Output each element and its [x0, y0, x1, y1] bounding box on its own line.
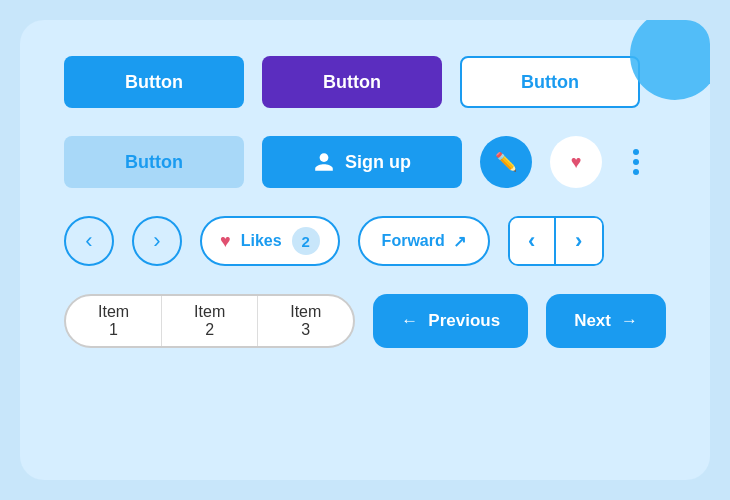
arrow-diagonal-icon — [453, 232, 466, 251]
light-blue-button[interactable]: Button — [64, 136, 244, 188]
edit-button[interactable]: ✏️ — [480, 136, 532, 188]
heart-icon: ♥ — [571, 152, 582, 173]
previous-label: Previous — [428, 311, 500, 331]
likes-button[interactable]: ♥ Likes 2 — [200, 216, 340, 266]
next-label: Next — [574, 311, 611, 331]
pencil-icon: ✏️ — [495, 151, 517, 173]
purple-button[interactable]: Button — [262, 56, 442, 108]
dot-3 — [633, 169, 639, 175]
chevron-right-button[interactable] — [556, 218, 602, 264]
outline-button[interactable]: Button — [460, 56, 640, 108]
likes-label: Likes — [241, 232, 282, 250]
chevron-left-button[interactable] — [510, 218, 556, 264]
previous-button[interactable]: Previous — [373, 294, 528, 348]
arrow-left-icon — [401, 311, 418, 331]
pill-item-3[interactable]: Item 3 — [258, 296, 353, 346]
chevron-group — [508, 216, 604, 266]
pill-item-2[interactable]: Item 2 — [162, 296, 258, 346]
heart-button[interactable]: ♥ — [550, 136, 602, 188]
next-button[interactable]: Next — [546, 294, 666, 348]
chevron-left-icon — [85, 228, 92, 254]
chevron-right-nav-icon — [575, 228, 582, 254]
button-row-3: ♥ Likes 2 Forward — [64, 216, 666, 266]
forward-label: Forward — [382, 232, 445, 250]
forward-button[interactable]: Forward — [358, 216, 490, 266]
more-options-button[interactable] — [620, 136, 652, 188]
main-card: Button Button Button Button Sign up ✏️ ♥ — [20, 20, 710, 480]
blue-button[interactable]: Button — [64, 56, 244, 108]
button-row-4: Item 1 Item 2 Item 3 Previous Next — [64, 294, 666, 348]
next-nav-button[interactable] — [132, 216, 182, 266]
heart-likes-icon: ♥ — [220, 231, 231, 252]
pill-group: Item 1 Item 2 Item 3 — [64, 294, 355, 348]
pill-item-1[interactable]: Item 1 — [66, 296, 162, 346]
chevron-right-icon — [153, 228, 160, 254]
likes-count: 2 — [292, 227, 320, 255]
button-row-2: Button Sign up ✏️ ♥ — [64, 136, 666, 188]
signup-label: Sign up — [345, 152, 411, 173]
dot-2 — [633, 159, 639, 165]
arrow-right-icon — [621, 311, 638, 331]
dot-1 — [633, 149, 639, 155]
signup-button[interactable]: Sign up — [262, 136, 462, 188]
button-row-1: Button Button Button — [64, 56, 666, 108]
chevron-left-nav-icon — [528, 228, 535, 254]
prev-nav-button[interactable] — [64, 216, 114, 266]
person-icon — [313, 151, 335, 173]
